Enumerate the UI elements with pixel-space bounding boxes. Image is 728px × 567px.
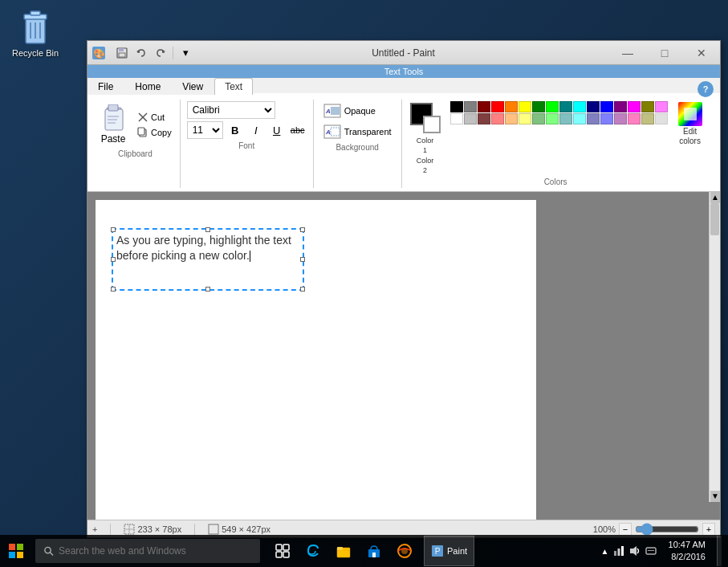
qat-dropdown[interactable]: ▾: [177, 45, 194, 61]
font-size-select[interactable]: 11: [187, 121, 223, 139]
ie-button[interactable]: [392, 538, 417, 564]
canvas-size-text: 549 × 427px: [222, 524, 270, 534]
resize-handle-bl[interactable]: [111, 287, 116, 292]
color-swatch[interactable]: [519, 113, 531, 124]
start-button[interactable]: [0, 535, 32, 567]
color-swatch[interactable]: [573, 101, 586, 112]
color-swatch[interactable]: [614, 113, 627, 124]
resize-handle-tc[interactable]: [205, 227, 210, 232]
recycle-bin-icon[interactable]: Recycle Bin: [12, 8, 59, 58]
color-swatch[interactable]: [628, 101, 641, 112]
color-swatch[interactable]: [491, 101, 504, 112]
search-icon: [43, 545, 54, 557]
text-selection-box[interactable]: As you are typing, highlight the text be…: [112, 228, 304, 291]
italic-button[interactable]: I: [247, 121, 265, 139]
color-swatch[interactable]: [450, 101, 463, 112]
store-button[interactable]: [361, 538, 387, 564]
color-swatch[interactable]: [519, 101, 531, 112]
underline-button[interactable]: U: [268, 121, 286, 139]
redo-button[interactable]: [152, 45, 169, 61]
color-swatch[interactable]: [464, 101, 477, 112]
vertical-scrollbar[interactable]: ▲ ▼: [709, 192, 720, 502]
color-swatch[interactable]: [614, 101, 627, 112]
resize-handle-bc[interactable]: [205, 287, 210, 292]
color-swatch[interactable]: [655, 101, 668, 112]
close-button[interactable]: ✕: [683, 41, 720, 65]
color-swatch[interactable]: [600, 113, 613, 124]
color-swatch[interactable]: [559, 113, 572, 124]
resize-handle-br[interactable]: [300, 287, 305, 292]
edge-button[interactable]: [300, 538, 326, 564]
color-swatch[interactable]: [478, 113, 490, 124]
color-swatch[interactable]: [505, 101, 518, 112]
tab-view[interactable]: View: [172, 78, 214, 95]
color-swatch[interactable]: [641, 101, 654, 112]
svg-rect-30: [684, 108, 697, 120]
color-swatch[interactable]: [546, 113, 559, 124]
font-name-select[interactable]: Calibri: [187, 101, 275, 119]
taskbar-paint-button[interactable]: P Paint: [424, 536, 474, 566]
taskbar-icons: [263, 538, 424, 564]
transparent-button[interactable]: A Transparent: [320, 122, 395, 141]
tab-file[interactable]: File: [87, 78, 124, 95]
minimize-button[interactable]: —: [609, 41, 646, 65]
color-swatch[interactable]: [600, 101, 613, 112]
help-button[interactable]: ?: [697, 81, 714, 97]
resize-handle-mr[interactable]: [300, 257, 305, 262]
color-swatch[interactable]: [464, 113, 477, 124]
zoom-out-button[interactable]: −: [619, 523, 632, 536]
color-swatch[interactable]: [573, 113, 586, 124]
search-input[interactable]: [59, 545, 252, 557]
svg-line-40: [50, 553, 53, 556]
color2-swatch[interactable]: [423, 116, 441, 133]
explorer-button[interactable]: [331, 538, 356, 564]
zoom-slider[interactable]: [635, 523, 699, 536]
canvas-area[interactable]: As you are typing, highlight the text be…: [87, 192, 720, 520]
color-swatch[interactable]: [491, 113, 504, 124]
paint-canvas[interactable]: As you are typing, highlight the text be…: [96, 200, 536, 520]
paste-button[interactable]: Paste: [96, 101, 131, 148]
system-clock[interactable]: 10:47 AM 8/2/2016: [664, 539, 710, 564]
svg-rect-25: [331, 107, 340, 115]
clipboard-mini: Cut Copy: [134, 110, 175, 140]
color-swatch[interactable]: [641, 113, 654, 124]
network-icon: [612, 545, 625, 557]
resize-handle-tr[interactable]: [300, 227, 305, 232]
color-swatch[interactable]: [450, 113, 463, 124]
zoom-in-button[interactable]: +: [702, 523, 715, 536]
resize-handle-ml[interactable]: [111, 257, 116, 262]
color-swatch[interactable]: [628, 113, 641, 124]
color-swatch[interactable]: [478, 101, 490, 112]
color-swatch[interactable]: [587, 101, 600, 112]
undo-button[interactable]: [132, 45, 150, 61]
color-swatch[interactable]: [559, 101, 572, 112]
bold-button[interactable]: B: [226, 121, 244, 139]
color-swatch[interactable]: [532, 113, 545, 124]
tab-text[interactable]: Text: [214, 78, 253, 95]
color-swatch[interactable]: [505, 113, 518, 124]
edit-colors-button[interactable]: Editcolors: [677, 101, 703, 146]
selection-icon: [124, 524, 135, 535]
taskbar-search[interactable]: [35, 539, 260, 563]
copy-button[interactable]: Copy: [134, 125, 175, 140]
zoom-area: 100% − +: [593, 523, 715, 536]
tab-home[interactable]: Home: [124, 78, 171, 95]
svg-rect-43: [276, 552, 282, 557]
color-swatch[interactable]: [532, 101, 545, 112]
cut-button[interactable]: Cut: [134, 110, 175, 124]
save-button[interactable]: [113, 45, 131, 61]
systray-chevron[interactable]: ▲: [601, 547, 609, 556]
color-swatch[interactable]: [655, 113, 668, 124]
strikethrough-button[interactable]: abc: [289, 121, 307, 139]
resize-handle-tl[interactable]: [111, 227, 116, 232]
canvas-text[interactable]: As you are typing, highlight the text be…: [116, 233, 299, 264]
maximize-button[interactable]: □: [646, 41, 683, 65]
volume-icon: [628, 545, 641, 557]
color-swatch[interactable]: [546, 101, 559, 112]
color-swatch[interactable]: [587, 113, 600, 124]
task-view-button[interactable]: [270, 538, 295, 564]
opaque-button[interactable]: A Opaque: [320, 101, 395, 120]
taskbar-right: ▲ 10:47 AM 8/2/2016: [595, 536, 728, 566]
show-desktop-button[interactable]: [717, 536, 722, 566]
svg-point-39: [45, 547, 51, 553]
